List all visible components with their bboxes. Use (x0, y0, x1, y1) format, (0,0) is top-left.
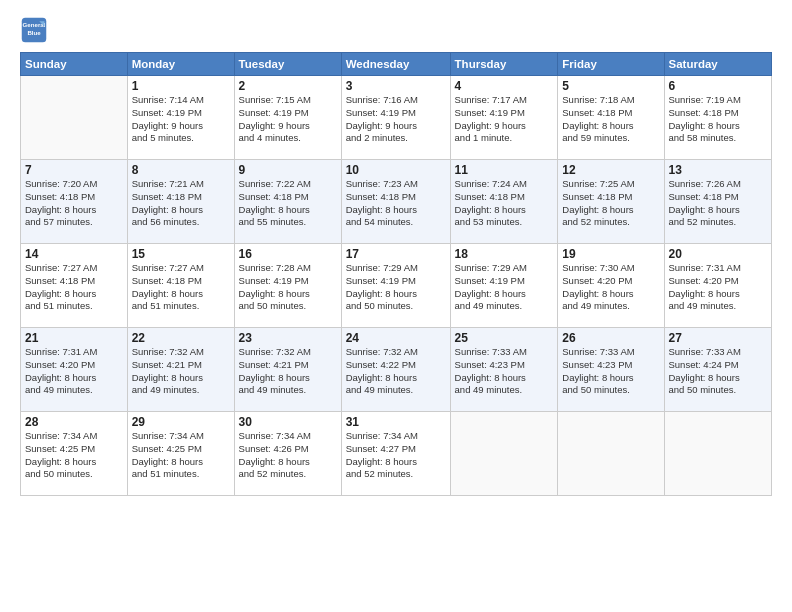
calendar-cell: 3Sunrise: 7:16 AMSunset: 4:19 PMDaylight… (341, 76, 450, 160)
day-info: Sunrise: 7:20 AMSunset: 4:18 PMDaylight:… (25, 178, 123, 229)
weekday-header-monday: Monday (127, 53, 234, 76)
calendar-cell: 7Sunrise: 7:20 AMSunset: 4:18 PMDaylight… (21, 160, 128, 244)
calendar-cell: 4Sunrise: 7:17 AMSunset: 4:19 PMDaylight… (450, 76, 558, 160)
weekday-header-thursday: Thursday (450, 53, 558, 76)
weekday-header-row: SundayMondayTuesdayWednesdayThursdayFrid… (21, 53, 772, 76)
day-number: 21 (25, 331, 123, 345)
svg-text:Blue: Blue (27, 29, 41, 36)
day-number: 30 (239, 415, 337, 429)
day-info: Sunrise: 7:29 AMSunset: 4:19 PMDaylight:… (346, 262, 446, 313)
day-number: 1 (132, 79, 230, 93)
day-number: 14 (25, 247, 123, 261)
calendar-cell: 20Sunrise: 7:31 AMSunset: 4:20 PMDayligh… (664, 244, 772, 328)
day-number: 15 (132, 247, 230, 261)
calendar-cell: 23Sunrise: 7:32 AMSunset: 4:21 PMDayligh… (234, 328, 341, 412)
header: General Blue (20, 16, 772, 44)
calendar-cell: 27Sunrise: 7:33 AMSunset: 4:24 PMDayligh… (664, 328, 772, 412)
day-info: Sunrise: 7:34 AMSunset: 4:25 PMDaylight:… (132, 430, 230, 481)
day-number: 4 (455, 79, 554, 93)
day-info: Sunrise: 7:32 AMSunset: 4:22 PMDaylight:… (346, 346, 446, 397)
calendar-cell: 11Sunrise: 7:24 AMSunset: 4:18 PMDayligh… (450, 160, 558, 244)
day-info: Sunrise: 7:32 AMSunset: 4:21 PMDaylight:… (239, 346, 337, 397)
day-info: Sunrise: 7:34 AMSunset: 4:27 PMDaylight:… (346, 430, 446, 481)
calendar-week-row: 28Sunrise: 7:34 AMSunset: 4:25 PMDayligh… (21, 412, 772, 496)
logo: General Blue (20, 16, 50, 44)
day-number: 22 (132, 331, 230, 345)
day-info: Sunrise: 7:22 AMSunset: 4:18 PMDaylight:… (239, 178, 337, 229)
day-info: Sunrise: 7:34 AMSunset: 4:25 PMDaylight:… (25, 430, 123, 481)
day-number: 8 (132, 163, 230, 177)
day-number: 19 (562, 247, 659, 261)
day-number: 16 (239, 247, 337, 261)
day-info: Sunrise: 7:21 AMSunset: 4:18 PMDaylight:… (132, 178, 230, 229)
day-info: Sunrise: 7:24 AMSunset: 4:18 PMDaylight:… (455, 178, 554, 229)
day-number: 5 (562, 79, 659, 93)
calendar-cell (21, 76, 128, 160)
calendar-cell: 6Sunrise: 7:19 AMSunset: 4:18 PMDaylight… (664, 76, 772, 160)
calendar-cell: 29Sunrise: 7:34 AMSunset: 4:25 PMDayligh… (127, 412, 234, 496)
day-number: 17 (346, 247, 446, 261)
day-number: 27 (669, 331, 768, 345)
calendar-cell: 28Sunrise: 7:34 AMSunset: 4:25 PMDayligh… (21, 412, 128, 496)
day-info: Sunrise: 7:15 AMSunset: 4:19 PMDaylight:… (239, 94, 337, 145)
day-number: 25 (455, 331, 554, 345)
weekday-header-friday: Friday (558, 53, 664, 76)
calendar-cell: 2Sunrise: 7:15 AMSunset: 4:19 PMDaylight… (234, 76, 341, 160)
calendar-cell (558, 412, 664, 496)
calendar-cell: 24Sunrise: 7:32 AMSunset: 4:22 PMDayligh… (341, 328, 450, 412)
day-number: 9 (239, 163, 337, 177)
day-number: 23 (239, 331, 337, 345)
day-number: 18 (455, 247, 554, 261)
day-info: Sunrise: 7:14 AMSunset: 4:19 PMDaylight:… (132, 94, 230, 145)
day-info: Sunrise: 7:33 AMSunset: 4:23 PMDaylight:… (562, 346, 659, 397)
day-info: Sunrise: 7:17 AMSunset: 4:19 PMDaylight:… (455, 94, 554, 145)
day-info: Sunrise: 7:30 AMSunset: 4:20 PMDaylight:… (562, 262, 659, 313)
day-info: Sunrise: 7:33 AMSunset: 4:23 PMDaylight:… (455, 346, 554, 397)
day-info: Sunrise: 7:27 AMSunset: 4:18 PMDaylight:… (132, 262, 230, 313)
weekday-header-sunday: Sunday (21, 53, 128, 76)
day-number: 29 (132, 415, 230, 429)
weekday-header-tuesday: Tuesday (234, 53, 341, 76)
day-number: 2 (239, 79, 337, 93)
day-number: 10 (346, 163, 446, 177)
day-number: 28 (25, 415, 123, 429)
day-info: Sunrise: 7:31 AMSunset: 4:20 PMDaylight:… (25, 346, 123, 397)
calendar-week-row: 7Sunrise: 7:20 AMSunset: 4:18 PMDaylight… (21, 160, 772, 244)
calendar-cell: 8Sunrise: 7:21 AMSunset: 4:18 PMDaylight… (127, 160, 234, 244)
calendar-week-row: 21Sunrise: 7:31 AMSunset: 4:20 PMDayligh… (21, 328, 772, 412)
calendar-cell: 17Sunrise: 7:29 AMSunset: 4:19 PMDayligh… (341, 244, 450, 328)
calendar-cell: 14Sunrise: 7:27 AMSunset: 4:18 PMDayligh… (21, 244, 128, 328)
calendar-cell: 15Sunrise: 7:27 AMSunset: 4:18 PMDayligh… (127, 244, 234, 328)
day-number: 24 (346, 331, 446, 345)
weekday-header-wednesday: Wednesday (341, 53, 450, 76)
weekday-header-saturday: Saturday (664, 53, 772, 76)
day-number: 6 (669, 79, 768, 93)
calendar-cell: 12Sunrise: 7:25 AMSunset: 4:18 PMDayligh… (558, 160, 664, 244)
day-info: Sunrise: 7:18 AMSunset: 4:18 PMDaylight:… (562, 94, 659, 145)
calendar-cell (450, 412, 558, 496)
day-info: Sunrise: 7:19 AMSunset: 4:18 PMDaylight:… (669, 94, 768, 145)
day-number: 20 (669, 247, 768, 261)
calendar-cell: 19Sunrise: 7:30 AMSunset: 4:20 PMDayligh… (558, 244, 664, 328)
calendar-cell: 18Sunrise: 7:29 AMSunset: 4:19 PMDayligh… (450, 244, 558, 328)
page: General Blue SundayMondayTuesdayWednesda… (0, 0, 792, 612)
day-info: Sunrise: 7:23 AMSunset: 4:18 PMDaylight:… (346, 178, 446, 229)
calendar-cell: 30Sunrise: 7:34 AMSunset: 4:26 PMDayligh… (234, 412, 341, 496)
calendar-cell: 31Sunrise: 7:34 AMSunset: 4:27 PMDayligh… (341, 412, 450, 496)
day-number: 11 (455, 163, 554, 177)
calendar-week-row: 1Sunrise: 7:14 AMSunset: 4:19 PMDaylight… (21, 76, 772, 160)
calendar-cell: 10Sunrise: 7:23 AMSunset: 4:18 PMDayligh… (341, 160, 450, 244)
day-number: 13 (669, 163, 768, 177)
day-info: Sunrise: 7:32 AMSunset: 4:21 PMDaylight:… (132, 346, 230, 397)
calendar-cell: 1Sunrise: 7:14 AMSunset: 4:19 PMDaylight… (127, 76, 234, 160)
day-number: 7 (25, 163, 123, 177)
calendar-cell (664, 412, 772, 496)
calendar-cell: 13Sunrise: 7:26 AMSunset: 4:18 PMDayligh… (664, 160, 772, 244)
day-info: Sunrise: 7:16 AMSunset: 4:19 PMDaylight:… (346, 94, 446, 145)
day-number: 12 (562, 163, 659, 177)
calendar-cell: 16Sunrise: 7:28 AMSunset: 4:19 PMDayligh… (234, 244, 341, 328)
calendar-cell: 9Sunrise: 7:22 AMSunset: 4:18 PMDaylight… (234, 160, 341, 244)
day-info: Sunrise: 7:33 AMSunset: 4:24 PMDaylight:… (669, 346, 768, 397)
day-number: 31 (346, 415, 446, 429)
day-info: Sunrise: 7:25 AMSunset: 4:18 PMDaylight:… (562, 178, 659, 229)
